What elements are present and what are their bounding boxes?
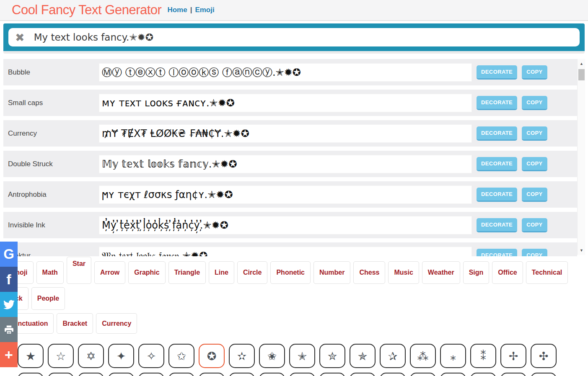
style-preview-box[interactable]: Ⓜⓨ ⓣⓔⓧⓣ ⓛⓞⓞⓚⓢ ⓕⓐⓝⓒⓨ.✭✹✪: [99, 63, 472, 82]
symbol-cell[interactable]: ✾: [470, 373, 496, 376]
style-preview-box[interactable]: M̦̓y̦̓ ̦̓ț̓e̦̓x̦̓ț̓ ̦̓l̦̓o̦̓o̦̓k̦̓ș̓ ̦̓f…: [99, 216, 472, 234]
symbol-cell[interactable]: ✧: [138, 344, 164, 368]
clear-x-icon[interactable]: ✖: [15, 32, 25, 43]
print-share-button[interactable]: [0, 317, 18, 342]
copy-button[interactable]: COPY: [522, 65, 547, 80]
twitter-share-button[interactable]: [0, 292, 18, 317]
search-input[interactable]: [34, 32, 573, 43]
style-name: Double Struck: [3, 160, 99, 168]
symbol-cell[interactable]: ✽: [440, 373, 466, 376]
nav-home-link[interactable]: Home: [167, 6, 187, 14]
symbol-cell[interactable]: ✼: [410, 373, 436, 376]
tab-office[interactable]: Office: [492, 261, 523, 284]
symbol-cell[interactable]: ✢: [500, 344, 526, 368]
symbol-cell[interactable]: ✹: [319, 373, 345, 376]
symbol-cell[interactable]: ✦: [108, 344, 134, 368]
style-row: Antrophobia ϻʏ ᴛєχᴛ ℓσσκs ƒαη¢ʏ.✭✹✪ DECO…: [3, 181, 577, 208]
style-preview-box[interactable]: 𝕄𝕪 𝕥𝕖𝕩𝕥 𝕝𝕠𝕠𝕜𝕤 𝕗𝕒𝕟𝕔𝕪.✭✹✪: [99, 155, 472, 173]
decorate-button[interactable]: DECORATE: [477, 65, 517, 80]
tab-number[interactable]: Number: [313, 261, 350, 284]
scrollbar-down-icon[interactable]: ▼: [578, 247, 585, 254]
tab-triangle[interactable]: Triangle: [168, 261, 206, 284]
tab-music[interactable]: Music: [388, 261, 419, 284]
style-row: Invisible Ink M̦̓y̦̓ ̦̓ț̓e̦̓x̦̓ț̓ ̦̓l̦̓o…: [3, 212, 577, 238]
symbol-cell[interactable]: ✱: [78, 373, 104, 376]
symbol-cell[interactable]: ✲: [108, 373, 134, 376]
symbol-cell[interactable]: ✤: [18, 373, 44, 376]
nav-emoji-link[interactable]: Emoji: [195, 6, 214, 14]
tab-currency[interactable]: Currency: [96, 313, 137, 334]
tab-math[interactable]: Math: [36, 261, 64, 284]
symbol-cell[interactable]: ✮: [319, 344, 345, 368]
tab-circle[interactable]: Circle: [237, 261, 267, 284]
symbol-cell[interactable]: ✺: [350, 373, 376, 376]
facebook-share-button[interactable]: f: [0, 267, 18, 292]
scrollbar[interactable]: ▲ ▼: [577, 59, 585, 255]
copy-button[interactable]: COPY: [522, 188, 547, 202]
symbol-cell[interactable]: ✥: [48, 373, 74, 376]
symbol-cell[interactable]: ❀: [531, 373, 557, 376]
symbol-cell[interactable]: ✿: [500, 373, 526, 376]
tab-star[interactable]: Star: [67, 257, 91, 284]
style-preview-text: 𝕄𝕪 𝕥𝕖𝕩𝕥 𝕝𝕠𝕠𝕜𝕤 𝕗𝕒𝕟𝕔𝕪.✭✹✪: [102, 158, 237, 170]
copy-button[interactable]: COPY: [522, 96, 547, 110]
share-bar: G f +: [0, 242, 18, 367]
symbol-cell[interactable]: ✻: [380, 373, 406, 376]
symbol-cell[interactable]: ✬: [259, 344, 285, 368]
tab-graphic[interactable]: Graphic: [128, 261, 165, 284]
style-preview-box[interactable]: 𝔐𝔶 𝔱𝔢𝔵𝔱 𝔩𝔬𝔬𝔨𝔰 𝔣𝔞𝔫𝔠𝔶.✭✹✪: [99, 247, 472, 257]
tab-sign[interactable]: Sign: [463, 261, 490, 284]
symbol-cell[interactable]: ✴: [168, 373, 194, 376]
symbol-cell[interactable]: ✡: [78, 344, 104, 368]
scrollbar-up-icon[interactable]: ▲: [578, 60, 585, 67]
style-name: Fraktur: [3, 252, 99, 257]
add-share-button[interactable]: +: [0, 342, 18, 367]
copy-button[interactable]: COPY: [522, 157, 547, 171]
copy-button[interactable]: COPY: [522, 249, 547, 257]
header-nav: Home | Emoji: [167, 6, 214, 14]
symbol-cell[interactable]: ✰: [380, 344, 406, 368]
symbol-cell[interactable]: ✫: [229, 344, 255, 368]
style-preview-box[interactable]: ᴍʏ ᴛᴇxᴛ ʟᴏᴏᴋs ғᴀɴᴄʏ.✭✹✪: [99, 94, 472, 112]
scrollbar-thumb[interactable]: [578, 69, 585, 80]
copy-button[interactable]: COPY: [522, 218, 547, 232]
style-rows-viewport: Bubble Ⓜⓨ ⓣⓔⓧⓣ ⓛⓞⓞⓚⓢ ⓕⓐⓝⓒⓨ.✭✹✪ DECORATE …: [0, 58, 588, 256]
symbol-cell[interactable]: ✩: [168, 344, 194, 368]
symbol-cell[interactable]: ⁎: [440, 344, 466, 368]
symbol-cell[interactable]: ✶: [229, 373, 255, 376]
google-share-button[interactable]: G: [0, 242, 18, 267]
symbol-cell[interactable]: ✭: [289, 344, 315, 368]
decorate-button[interactable]: DECORATE: [477, 96, 517, 110]
style-preview-text: ₥Ɏ ₮ɆX₮ ⱠØØ₭₴ ₣₳₦₵Ɏ.✭✹✪: [102, 128, 249, 139]
symbol-cell[interactable]: ✷: [259, 373, 285, 376]
tab-line[interactable]: Line: [209, 261, 234, 284]
symbol-cell[interactable]: ✳: [138, 373, 164, 376]
copy-button[interactable]: COPY: [522, 126, 547, 141]
symbol-cell[interactable]: ✸: [289, 373, 315, 376]
symbol-cell-selected[interactable]: ✪: [199, 344, 225, 368]
tab-arrow[interactable]: Arrow: [94, 261, 125, 284]
tab-people[interactable]: People: [31, 287, 65, 310]
symbol-cell[interactable]: ★: [18, 344, 44, 368]
google-icon: G: [3, 246, 14, 262]
style-preview-box[interactable]: ϻʏ ᴛєχᴛ ℓσσκs ƒαη¢ʏ.✭✹✪: [99, 185, 472, 204]
symbol-cell[interactable]: ⁑: [470, 344, 496, 368]
symbol-cell[interactable]: ✯: [350, 344, 376, 368]
decorate-button[interactable]: DECORATE: [477, 188, 517, 202]
decorate-button[interactable]: DECORATE: [477, 157, 517, 171]
tab-chess[interactable]: Chess: [353, 261, 385, 284]
style-name: Invisible Ink: [3, 221, 99, 229]
tab-weather[interactable]: Weather: [422, 261, 460, 284]
symbol-cell[interactable]: ✵: [199, 373, 225, 376]
search-pill: ✖: [8, 28, 580, 46]
tab-bracket[interactable]: Bracket: [57, 313, 93, 334]
decorate-button[interactable]: DECORATE: [477, 126, 517, 141]
decorate-button[interactable]: DECORATE: [477, 218, 517, 232]
tab-technical[interactable]: Technical: [526, 261, 568, 284]
style-preview-box[interactable]: ₥Ɏ ₮ɆX₮ ⱠØØ₭₴ ₣₳₦₵Ɏ.✭✹✪: [99, 124, 472, 143]
symbol-cell[interactable]: ✣: [531, 344, 557, 368]
decorate-button[interactable]: DECORATE: [477, 249, 517, 257]
symbol-cell[interactable]: ☆: [48, 344, 74, 368]
symbol-cell[interactable]: ⁂: [410, 344, 436, 368]
tab-phonetic[interactable]: Phonetic: [270, 261, 311, 284]
